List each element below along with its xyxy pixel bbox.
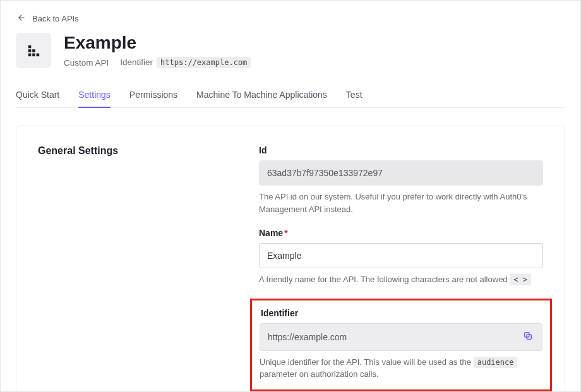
page-frame: Back to APIs Example Custom API Identifi… xyxy=(0,0,581,392)
svg-rect-4 xyxy=(28,54,32,57)
copy-identifier-button[interactable] xyxy=(522,331,534,343)
settings-left: General Settings xyxy=(38,145,234,392)
identifier-help: Unique identifier for the API. This valu… xyxy=(260,356,542,381)
name-input[interactable] xyxy=(259,243,543,268)
tab-row: Quick Start Settings Permissions Machine… xyxy=(16,85,565,108)
identifier-help-code: audience xyxy=(474,357,518,368)
settings-card: General Settings Id 63ad37b7f97350e13397… xyxy=(16,126,565,392)
identifier-value: https://example.com xyxy=(268,332,522,342)
name-label-text: Name xyxy=(259,228,283,238)
tab-m2m-applications[interactable]: Machine To Machine Applications xyxy=(196,85,327,107)
tab-quick-start[interactable]: Quick Start xyxy=(16,85,59,107)
identifier-highlight: Identifier https://example.com Unique id… xyxy=(250,299,552,391)
tab-permissions[interactable]: Permissions xyxy=(129,85,177,107)
id-label: Id xyxy=(259,145,543,155)
identifier-field-label: Identifier xyxy=(261,308,542,318)
api-icon xyxy=(16,33,51,68)
back-label: Back to APIs xyxy=(32,14,79,23)
svg-rect-3 xyxy=(32,49,35,52)
id-value: 63ad37b7f97350e133972e97 xyxy=(259,160,543,186)
field-name: Name* A friendly name for the API. The f… xyxy=(259,228,543,286)
content-wrap: Back to APIs Example Custom API Identifi… xyxy=(1,1,580,392)
tab-settings[interactable]: Settings xyxy=(78,85,111,107)
field-identifier: Identifier https://example.com Unique id… xyxy=(260,308,542,381)
api-subline: Custom API Identifier https://example.co… xyxy=(64,57,251,68)
api-type-label: Custom API xyxy=(64,58,109,68)
svg-rect-1 xyxy=(28,45,32,49)
tab-test[interactable]: Test xyxy=(346,85,362,107)
settings-right: Id 63ad37b7f97350e133972e97 The API id o… xyxy=(259,145,543,392)
back-to-apis-link[interactable]: Back to APIs xyxy=(17,13,79,24)
identifier-chip: https://example.com xyxy=(157,57,251,68)
svg-rect-5 xyxy=(32,54,35,57)
name-help-prefix: A friendly name for the API. The followi… xyxy=(259,275,510,284)
required-star-icon: * xyxy=(284,228,287,238)
identifier-label: Identifier xyxy=(120,57,153,67)
copy-icon xyxy=(523,331,533,343)
name-help: A friendly name for the API. The followi… xyxy=(259,273,543,286)
identifier-readonly: https://example.com xyxy=(260,323,542,351)
name-help-code: < > xyxy=(510,274,531,285)
svg-rect-2 xyxy=(28,49,32,52)
api-title-block: Example Custom API Identifier https://ex… xyxy=(64,33,251,68)
identifier-inline: Identifier https://example.com xyxy=(120,57,251,68)
section-title: General Settings xyxy=(38,145,234,157)
identifier-help-prefix: Unique identifier for the API. This valu… xyxy=(260,357,474,367)
identifier-help-suffix: parameter on authorization calls. xyxy=(260,369,379,379)
name-label: Name* xyxy=(259,228,543,238)
arrow-left-icon xyxy=(17,13,26,24)
page-title: Example xyxy=(64,33,251,53)
id-help: The API id on our system. Useful if you … xyxy=(259,191,543,215)
field-id: Id 63ad37b7f97350e133972e97 The API id o… xyxy=(259,145,543,215)
svg-rect-6 xyxy=(37,54,40,57)
api-header: Example Custom API Identifier https://ex… xyxy=(16,33,565,68)
